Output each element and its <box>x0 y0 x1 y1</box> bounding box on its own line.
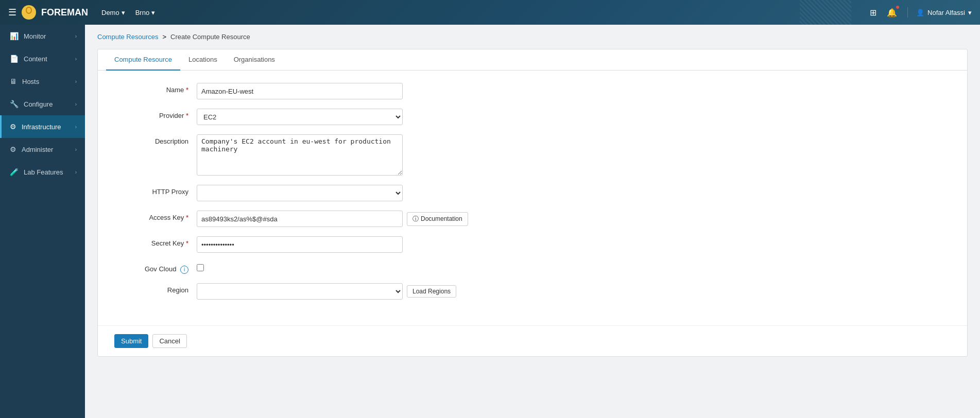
lab-features-icon: 🧪 <box>10 168 19 176</box>
sidebar-item-administer[interactable]: ⚙ Administer › <box>0 138 85 161</box>
infrastructure-chevron-icon: › <box>75 124 77 130</box>
name-input[interactable] <box>197 83 403 99</box>
form-group-access-key: Access Key ⓘ Documentation <box>114 211 951 227</box>
content-icon: 📄 <box>10 55 19 63</box>
form-group-secret-key: Secret Key <box>114 236 951 253</box>
sidebar-administer-label: Administer <box>22 146 53 153</box>
sidebar-item-monitor[interactable]: 📊 Monitor › <box>0 25 85 47</box>
region-select[interactable] <box>197 283 403 300</box>
location-arrow-icon: ▾ <box>151 9 155 16</box>
user-name: Nofar Alfassi <box>927 9 965 16</box>
form-group-http-proxy: HTTP Proxy None <box>114 185 951 201</box>
form-group-gov-cloud: Gov Cloud i <box>114 262 951 274</box>
form-group-region: Region Load Regions <box>114 283 951 300</box>
navbar-right: ⊞ 🔔 👤 Nofar Alfassi ▾ <box>868 6 972 20</box>
sidebar-item-monitor-inner: 📊 Monitor <box>10 32 46 40</box>
cancel-button[interactable]: Cancel <box>152 334 186 348</box>
tab-compute-resource[interactable]: Compute Resource <box>106 49 180 71</box>
breadcrumb-current: Create Compute Resource <box>170 33 250 41</box>
lab-features-chevron-icon: › <box>75 169 77 175</box>
sidebar-item-configure[interactable]: 🔧 Configure › <box>0 93 85 115</box>
sidebar-item-lab-features[interactable]: 🧪 Lab Features › <box>0 161 85 183</box>
sidebar-item-configure-inner: 🔧 Configure <box>10 100 53 108</box>
monitor-icon: 📊 <box>10 32 19 40</box>
brand-label: FOREMAN <box>41 7 88 18</box>
form-footer: Submit Cancel <box>98 325 967 356</box>
location-dropdown[interactable]: Brno ▾ <box>130 7 160 19</box>
documentation-icon: ⓘ <box>412 215 419 223</box>
gov-cloud-check-wrapper <box>197 262 204 271</box>
breadcrumb-parent-link[interactable]: Compute Resources <box>97 33 159 41</box>
sidebar-item-hosts[interactable]: 🖥 Hosts › <box>0 70 85 93</box>
tab-organisations[interactable]: Organisations <box>226 49 283 71</box>
hosts-chevron-icon: › <box>75 79 77 84</box>
administer-icon: ⚙ <box>10 145 16 153</box>
load-regions-label: Load Regions <box>412 288 451 295</box>
tabs-bar: Compute Resource Locations Organisations <box>98 49 967 71</box>
sidebar-item-hosts-inner: 🖥 Hosts <box>10 77 39 85</box>
form-group-name: Name <box>114 83 951 99</box>
navbar: ☰ FOREMAN Demo ▾ Brno ▾ ⊞ 🔔 👤 Nofar Alfa… <box>0 0 980 25</box>
form-group-provider: Provider EC2 VMware OpenStack oVirt Goog… <box>114 109 951 125</box>
access-key-input[interactable] <box>197 211 403 227</box>
gov-cloud-checkbox[interactable] <box>197 264 204 271</box>
http-proxy-select[interactable]: None <box>197 185 403 201</box>
load-regions-button[interactable]: Load Regions <box>407 285 456 298</box>
region-wrapper: Load Regions <box>197 283 456 300</box>
svg-point-2 <box>27 8 31 13</box>
sidebar-item-infrastructure-inner: ⚙ Infrastructure <box>10 123 61 131</box>
grid-icon[interactable]: ⊞ <box>868 6 879 20</box>
description-textarea[interactable]: Company's <span class="spell-check">EC2<… <box>197 134 403 176</box>
administer-chevron-icon: › <box>75 147 77 152</box>
demo-label: Demo <box>101 9 119 16</box>
sidebar-item-lab-features-inner: 🧪 Lab Features <box>10 168 63 176</box>
demo-arrow-icon: ▾ <box>122 9 125 16</box>
monitor-chevron-icon: › <box>75 33 77 39</box>
location-label: Brno <box>135 9 149 16</box>
sidebar-item-content-inner: 📄 Content <box>10 55 47 63</box>
sidebar-item-content[interactable]: 📄 Content › <box>0 47 85 70</box>
hosts-icon: 🖥 <box>10 77 17 85</box>
http-proxy-label: HTTP Proxy <box>114 185 197 196</box>
create-compute-resource-card: Compute Resource Locations Organisations… <box>97 49 968 357</box>
configure-icon: 🔧 <box>10 100 19 108</box>
submit-button[interactable]: Submit <box>114 334 148 348</box>
sidebar-item-infrastructure[interactable]: ⚙ Infrastructure › <box>0 115 85 138</box>
app-layout: 📊 Monitor › 📄 Content › 🖥 Hosts › 🔧 Conf… <box>0 25 980 418</box>
user-menu[interactable]: 👤 Nofar Alfassi ▾ <box>916 9 972 16</box>
access-key-wrapper: ⓘ Documentation <box>197 211 468 227</box>
brand: FOREMAN <box>21 4 88 21</box>
form-body: Name Provider EC2 VMware OpenStack oVirt… <box>98 71 967 325</box>
sidebar-monitor-label: Monitor <box>24 32 46 40</box>
documentation-label: Documentation <box>421 215 462 222</box>
decorative-pattern <box>800 0 851 25</box>
nav-separator <box>907 7 908 18</box>
description-label: Description <box>114 134 197 145</box>
sidebar-infrastructure-label: Infrastructure <box>22 123 61 131</box>
secret-key-label: Secret Key <box>114 236 197 247</box>
demo-dropdown[interactable]: Demo ▾ <box>96 7 130 19</box>
breadcrumb-separator: > <box>163 33 167 41</box>
documentation-button[interactable]: ⓘ Documentation <box>407 212 468 226</box>
user-arrow-icon: ▾ <box>968 9 972 16</box>
user-icon: 👤 <box>916 9 924 16</box>
notifications-icon[interactable]: 🔔 <box>885 6 899 20</box>
sidebar-lab-features-label: Lab Features <box>24 168 63 176</box>
main-content: Compute Resources > Create Compute Resou… <box>85 25 980 418</box>
sidebar: 📊 Monitor › 📄 Content › 🖥 Hosts › 🔧 Conf… <box>0 25 85 418</box>
hamburger-icon[interactable]: ☰ <box>8 7 16 18</box>
gov-cloud-label: Gov Cloud i <box>114 262 197 274</box>
sidebar-hosts-label: Hosts <box>22 78 39 85</box>
provider-label: Provider <box>114 109 197 119</box>
name-label: Name <box>114 83 197 94</box>
gov-cloud-info-icon[interactable]: i <box>180 266 188 274</box>
configure-chevron-icon: › <box>75 101 77 107</box>
provider-select[interactable]: EC2 VMware OpenStack oVirt Google <box>197 109 403 125</box>
sidebar-content-label: Content <box>24 55 47 63</box>
secret-key-input[interactable] <box>197 236 403 253</box>
infrastructure-icon: ⚙ <box>10 123 16 131</box>
breadcrumb: Compute Resources > Create Compute Resou… <box>97 33 968 41</box>
foreman-logo <box>21 4 37 21</box>
tab-locations[interactable]: Locations <box>180 49 226 71</box>
sidebar-configure-label: Configure <box>24 100 53 108</box>
